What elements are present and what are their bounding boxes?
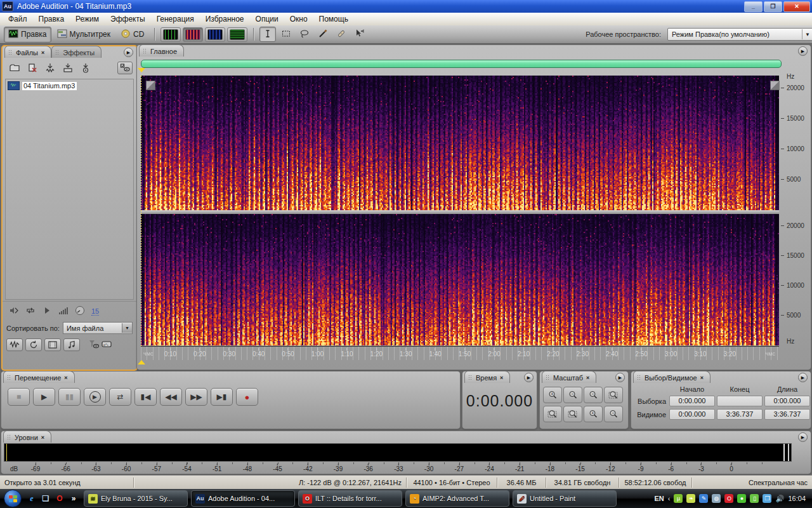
tab-close-icon[interactable]: × <box>41 434 44 441</box>
chevron-down-icon[interactable]: ▼ <box>802 29 812 39</box>
panel-menu-icon[interactable]: ▶ <box>524 373 534 382</box>
show-video-files-toggle[interactable] <box>44 338 61 351</box>
lasso-selection-tool[interactable] <box>296 27 313 42</box>
tab-transport[interactable]: Перемещение × <box>3 371 75 383</box>
zoom-selection-left-button[interactable] <box>543 406 562 422</box>
tab-main[interactable]: Главное <box>139 44 184 57</box>
preview-volume-icon[interactable] <box>58 305 69 317</box>
restore-button[interactable]: ❐ <box>764 1 782 12</box>
menu-item-4[interactable]: Эффекты <box>105 13 151 25</box>
panel-menu-icon[interactable]: ▶ <box>798 46 808 56</box>
pen-tray-icon[interactable]: ✎ <box>699 494 708 503</box>
fast-forward-button[interactable]: ▶▶ <box>185 388 207 406</box>
tab-close-icon[interactable]: × <box>700 375 704 381</box>
play-button[interactable]: ▶ <box>33 388 55 406</box>
menu-item-8[interactable]: Окно <box>284 13 313 25</box>
overflow-chevron-icon[interactable]: » <box>69 493 79 504</box>
opera-tray-icon[interactable]: O <box>724 494 733 503</box>
go-to-start-button[interactable]: ▮◀ <box>134 388 157 406</box>
menu-item-2[interactable]: Правка <box>33 13 70 25</box>
spectral-pan-display-button[interactable] <box>205 27 225 42</box>
selection-value-field[interactable]: 0:00.000 <box>764 396 810 406</box>
close-button[interactable]: ✕ <box>783 1 810 12</box>
panel-menu-icon[interactable]: ▶ <box>798 432 808 442</box>
taskbar-task-opera[interactable]: OILT :: Details for torr... <box>298 490 402 507</box>
show-loop-files-toggle[interactable] <box>25 338 42 351</box>
zoom-out-vertical-button[interactable]: − <box>604 406 623 422</box>
frequency-ruler-right[interactable]: Hz2000015000100005000 <box>780 214 809 345</box>
volume-knob[interactable] <box>75 305 85 317</box>
show-audio-files-toggle[interactable] <box>6 338 23 351</box>
insert-into-cd-icon[interactable] <box>79 62 93 74</box>
taskbar-task-folder[interactable]: ≋Ely Bruna - 2015 - Sy... <box>84 490 188 507</box>
go-to-end-button[interactable]: ▶▮ <box>211 388 233 406</box>
menu-item-6[interactable]: Избранное <box>200 13 250 25</box>
cd-audio-badge-icon[interactable]: c^› <box>102 339 112 351</box>
battery-tray-icon[interactable]: ▯ <box>750 494 759 503</box>
zoom-to-selection-button[interactable] <box>604 387 623 403</box>
list-item-file[interactable]: 04 Titanium.mp3 <box>8 81 131 90</box>
stop-button[interactable]: ■ <box>8 388 30 406</box>
spectral-resolution-handle[interactable] <box>146 81 155 90</box>
opera-quicklaunch-icon[interactable]: O <box>55 493 65 504</box>
selection-value-field[interactable]: 3:36.737 <box>764 409 810 420</box>
globe-tray-icon[interactable]: ◍ <box>712 494 721 503</box>
pause-button[interactable]: ▮▮ <box>58 388 81 406</box>
workspace-select[interactable]: Режим Правка(по умолчанию) ▼ <box>667 28 812 41</box>
tray-chevron-icon[interactable]: ‹ <box>668 495 671 502</box>
zoom-selection-right-button[interactable] <box>563 406 582 422</box>
zoom-out-full-button[interactable]: − <box>584 387 603 403</box>
level-meter[interactable] <box>4 443 792 462</box>
play-looped-button[interactable]: ⇄ <box>109 388 131 406</box>
menu-item-7[interactable]: Опции <box>250 13 284 25</box>
utorrent-tray-icon[interactable]: µ <box>674 494 683 503</box>
volume-tray-icon[interactable]: 🔊 <box>775 494 784 503</box>
tab-close-icon[interactable]: × <box>64 375 67 381</box>
tab-close-icon[interactable]: × <box>41 50 44 56</box>
preview-loop-icon[interactable] <box>25 305 36 317</box>
close-file-icon[interactable] <box>25 62 39 74</box>
selection-value-field[interactable]: 3:36.737 <box>717 409 763 420</box>
tab-selection-view[interactable]: Выбор/Видимое × <box>633 371 710 383</box>
menu-item-9[interactable]: Помощь <box>313 13 354 25</box>
panel-menu-icon[interactable]: ▶ <box>615 373 625 382</box>
menu-item-5[interactable]: Генерация <box>151 13 200 25</box>
import-file-icon[interactable] <box>43 62 57 74</box>
sort-select[interactable]: Имя файла ▼ <box>63 322 133 334</box>
spectral-phase-display-button[interactable] <box>227 27 247 42</box>
play-from-cursor-button[interactable]: ▶ <box>84 388 106 406</box>
taskbar-task-audition[interactable]: AuAdobe Audition - 04... <box>191 490 295 507</box>
preview-play-icon[interactable] <box>42 305 52 317</box>
time-selection-tool[interactable] <box>259 27 276 42</box>
tab-zoom[interactable]: Масштаб × <box>542 371 596 383</box>
preview-volume-value[interactable]: 15 <box>91 307 99 316</box>
leaf-tray-icon[interactable]: ❧ <box>686 494 695 503</box>
show-desktop-icon[interactable]: ❏ <box>41 493 51 504</box>
panel-menu-icon[interactable]: ▶ <box>124 48 133 57</box>
playhead-marker-top[interactable] <box>138 68 145 72</box>
spot-healing-brush-tool[interactable] <box>333 27 350 42</box>
taskbar-task-aimp[interactable]: ◔AIMP2: Advanced T... <box>405 490 509 507</box>
open-file-icon[interactable] <box>8 62 22 74</box>
waveform-display-button[interactable] <box>160 27 181 42</box>
scrub-tool[interactable] <box>351 27 368 42</box>
spectrogram-right-channel[interactable] <box>141 214 779 345</box>
time-ruler[interactable]: чмс0:100:200:300:400:501:001:101:201:301… <box>141 346 779 360</box>
tab-close-icon[interactable]: × <box>500 375 503 381</box>
minimize-button[interactable]: _ <box>744 1 763 12</box>
start-button[interactable] <box>4 490 22 507</box>
zoom-in-vertical-button[interactable]: + <box>584 406 603 422</box>
show-midi-files-toggle[interactable] <box>63 338 80 351</box>
tab-effects[interactable]: Эффекты <box>51 46 102 58</box>
frequency-ruler-left[interactable]: Hz2000015000100005000 <box>780 76 809 210</box>
spectrogram-left-channel[interactable] <box>141 76 779 210</box>
tab-files[interactable]: Файлы× <box>4 46 51 58</box>
marquee-selection-tool[interactable] <box>278 27 294 42</box>
playhead-marker-bottom[interactable] <box>138 360 145 364</box>
filter-eye-icon[interactable] <box>89 339 99 351</box>
cd-mode-button[interactable]: CD <box>116 27 148 43</box>
правка-mode-button[interactable]: Правка <box>4 27 51 43</box>
menu-item-3[interactable]: Режим <box>70 13 105 25</box>
zoom-out-horizontal-button[interactable]: − <box>563 387 582 403</box>
selection-value-field[interactable]: 0:00.000 <box>669 396 715 406</box>
